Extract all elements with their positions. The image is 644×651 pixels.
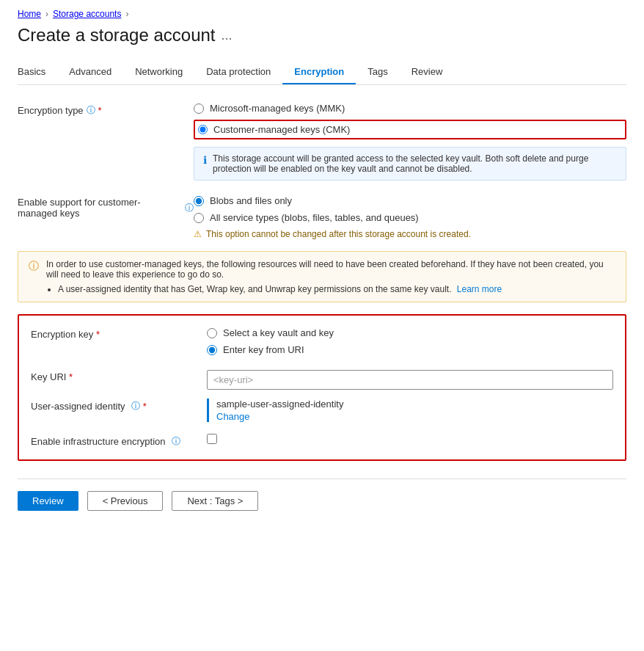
bottom-nav-area: Review < Previous Next : Tags > [18,479,626,511]
breadcrumb-sep2: › [125,9,128,19]
key-uri-section: Key URI * [31,370,613,390]
cmk-warning: ⚠ This option cannot be changed after th… [194,229,626,239]
infra-encryption-checkbox[interactable] [207,434,217,444]
select-vault-radio[interactable] [207,328,217,338]
infra-encryption-content [207,434,613,448]
identity-value: sample-user-assigned-identity [216,399,343,410]
cmk-info-text: This storage account will be granted acc… [213,153,617,174]
page-title: Create a storage account [18,25,216,46]
blobs-files-radio[interactable] [194,196,204,206]
notice-content: In order to use customer-managed keys, t… [46,259,615,294]
encryption-key-label: Encryption key * [31,327,207,361]
tab-review[interactable]: Review [400,60,455,84]
cmk-radio[interactable] [198,125,208,134]
cmk-support-label: Enable support for customer-managed keys… [18,195,194,239]
notice-icon: ⓘ [29,260,39,294]
select-vault-option[interactable]: Select a key vault and key [207,327,613,338]
enter-uri-option[interactable]: Enter key from URI [207,344,613,355]
tab-encryption[interactable]: Encryption [282,60,356,84]
tab-bar: Basics Advanced Networking Data protecti… [18,60,626,85]
infra-encryption-label: Enable infrastructure encryption ⓘ [31,434,207,448]
bottom-nav: Review < Previous Next : Tags > [18,491,626,511]
cmk-support-info-icon[interactable]: ⓘ [185,202,194,214]
select-vault-label[interactable]: Select a key vault and key [223,327,334,338]
tab-networking[interactable]: Networking [123,60,194,84]
page-container: Home › Storage accounts › Create a stora… [0,0,644,651]
encryption-type-required: * [98,105,102,116]
key-uri-required: * [69,371,73,382]
encryption-type-label: Encryption type ⓘ * [18,103,194,183]
notice-bullet: A user-assigned identity that has Get, W… [58,284,615,294]
cmk-info-box: ℹ This storage account will be granted a… [194,147,626,181]
warning-icon: ⚠ [194,229,202,239]
user-identity-required: * [143,401,147,412]
encryption-key-required: * [96,329,100,340]
red-section: Encryption key * Select a key vault and … [18,314,626,461]
warning-text: This option cannot be changed after this… [206,229,471,239]
enter-uri-radio[interactable] [207,345,217,355]
mmk-radio[interactable] [194,103,204,114]
tab-basics[interactable]: Basics [18,60,57,84]
encryption-type-info-icon[interactable]: ⓘ [87,104,95,117]
tab-data-protection[interactable]: Data protection [194,60,282,84]
mmk-label[interactable]: Microsoft-managed keys (MMK) [210,103,345,114]
tab-advanced[interactable]: Advanced [57,60,123,84]
notice-text: In order to use customer-managed keys, t… [46,259,604,280]
infra-encryption-checkbox-wrapper[interactable] [207,434,613,444]
encryption-type-content: Microsoft-managed keys (MMK) Customer-ma… [194,103,626,183]
previous-button[interactable]: < Previous [87,491,164,511]
infra-encryption-info-icon[interactable]: ⓘ [172,435,180,448]
breadcrumb-sep1: › [45,9,48,19]
cmk-support-content: Blobs and files only All service types (… [194,195,626,239]
blobs-files-label[interactable]: Blobs and files only [210,195,292,206]
user-identity-content: sample-user-assigned-identity Change [207,399,613,422]
cmk-support-section: Enable support for customer-managed keys… [18,195,626,239]
breadcrumb-storage[interactable]: Storage accounts [53,9,121,19]
cmk-label[interactable]: Customer-managed keys (CMK) [213,124,350,135]
user-identity-label: User-assigned identity ⓘ * [31,399,207,422]
infra-encryption-section: Enable infrastructure encryption ⓘ [31,434,613,448]
next-button[interactable]: Next : Tags > [172,491,258,511]
enter-uri-label[interactable]: Enter key from URI [223,344,304,355]
learn-more-link[interactable]: Learn more [457,284,502,294]
page-title-dots: ... [222,28,233,43]
page-title-container: Create a storage account ... [18,25,626,46]
user-identity-info-icon[interactable]: ⓘ [131,400,140,412]
cmk-info-icon: ℹ [203,154,207,174]
all-services-radio[interactable] [194,213,204,223]
breadcrumb-home[interactable]: Home [18,9,41,19]
key-uri-input[interactable] [207,370,613,390]
key-uri-label: Key URI * [31,370,207,390]
key-uri-content [207,370,613,390]
encryption-key-content: Select a key vault and key Enter key fro… [207,327,613,361]
blobs-files-option[interactable]: Blobs and files only [194,195,626,206]
review-button[interactable]: Review [18,491,78,511]
identity-border: sample-user-assigned-identity Change [207,399,613,422]
cmk-box: Customer-managed keys (CMK) [194,120,626,139]
all-services-label[interactable]: All service types (blobs, files, tables,… [210,212,419,223]
notice-box: ⓘ In order to use customer-managed keys,… [18,251,626,302]
all-services-option[interactable]: All service types (blobs, files, tables,… [194,212,626,223]
mmk-option[interactable]: Microsoft-managed keys (MMK) [194,103,626,114]
tab-tags[interactable]: Tags [356,60,399,84]
breadcrumb: Home › Storage accounts › [18,9,626,19]
user-identity-section: User-assigned identity ⓘ * sample-user-a… [31,399,613,422]
encryption-type-section: Encryption type ⓘ * Microsoft-managed ke… [18,103,626,183]
encryption-key-section: Encryption key * Select a key vault and … [31,327,613,361]
identity-change-link[interactable]: Change [216,411,613,422]
